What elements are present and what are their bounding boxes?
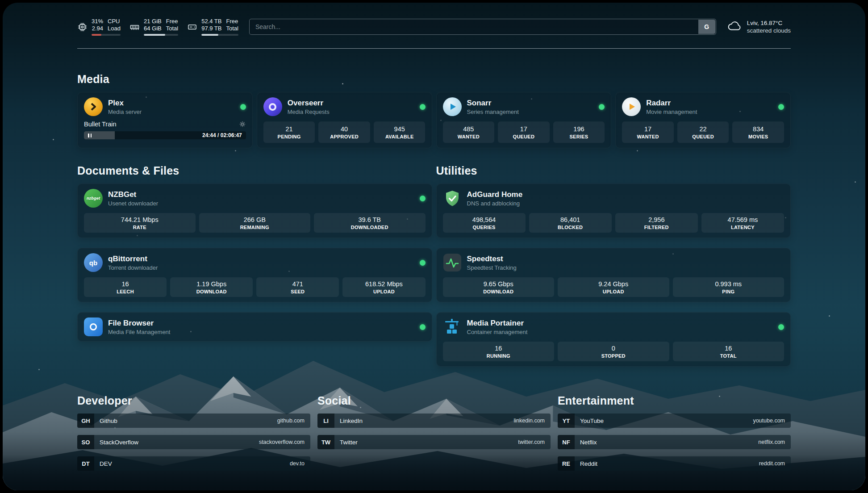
bookmark-name: DEV (100, 460, 112, 467)
app-subtitle: DNS and adblocking (467, 200, 785, 207)
disk-free-label: Free (226, 18, 238, 25)
reddit-abbr-icon: RE (558, 456, 575, 471)
stat-leech: 16 LEECH (84, 277, 167, 297)
app-card-radarr[interactable]: Radarr Movie management 17 WANTED 22 QUE… (615, 92, 791, 148)
disk-usage-widget: 52.4 TB 97.9 TB Free Total (187, 18, 238, 36)
bookmark-stackoverflow[interactable]: SO StackOverflow stackoverflow.com (77, 435, 310, 449)
stat-remaining: 266 GB REMAINING (199, 213, 311, 233)
stat-movies: 834 MOVIES (732, 121, 784, 143)
status-indicator (420, 104, 426, 110)
now-playing-title: Bullet Train (84, 121, 239, 128)
app-card-portainer[interactable]: Media Portainer Container management 16 … (436, 312, 791, 367)
stat-queries: 498,564 QUERIES (443, 213, 526, 233)
qbittorrent-icon: qb (84, 253, 103, 272)
cpu-usage-widget: 31% 2.94 CPU Load (77, 18, 121, 36)
cpu-usage-bar (92, 34, 121, 36)
app-card-overseerr[interactable]: Overseerr Media Requests 21 PENDING 40 A… (257, 92, 432, 148)
stat-blocked: 86,401 BLOCKED (529, 213, 612, 233)
stat-rate: 744.21 Mbps RATE (84, 213, 196, 233)
bookmark-name: Github (100, 418, 117, 424)
stat-latency: 47.569 ms LATENCY (701, 213, 784, 233)
stat-running: 16 RUNNING (443, 342, 555, 361)
stat-upload: 9.24 Gbps UPLOAD (558, 277, 669, 297)
section-title-utilities: Utilities (436, 164, 791, 177)
search-input[interactable] (250, 19, 716, 34)
stackoverflow-abbr-icon: SO (77, 435, 94, 449)
weather-condition: scattered clouds (747, 27, 791, 34)
stat-download: 1.19 Gbps DOWNLOAD (170, 277, 253, 297)
header-divider (77, 48, 791, 49)
app-card-adguard[interactable]: AdGuard Home DNS and adblocking 498,564 … (436, 184, 791, 238)
app-subtitle: Torrent downloader (108, 264, 414, 271)
youtube-abbr-icon: YT (558, 414, 575, 428)
bookmark-name: YouTube (580, 418, 604, 424)
stat-wanted: 485 WANTED (443, 121, 495, 143)
bookmark-github[interactable]: GH Github github.com (77, 414, 310, 428)
app-name: Overseerr (288, 99, 414, 108)
weather-location: Lviv, 16.87°C (747, 19, 791, 27)
bookmark-twitter[interactable]: TW Twitter twitter.com (317, 435, 551, 449)
bookmark-name: Reddit (580, 460, 597, 467)
status-indicator (420, 196, 426, 201)
app-card-filebrowser[interactable]: File Browser Media File Management (77, 312, 432, 342)
bookmark-linkedin[interactable]: LI LinkedIn linkedin.com (317, 414, 551, 428)
filebrowser-icon (84, 318, 103, 336)
app-card-sonarr[interactable]: Sonarr Series management 485 WANTED 17 Q… (436, 92, 612, 148)
stat-downloaded: 39.6 TB DOWNLOADED (314, 213, 426, 233)
app-name: Sonarr (467, 99, 594, 108)
stat-wanted: 17 WANTED (622, 121, 674, 143)
app-name: Radarr (646, 99, 773, 108)
app-name: NZBGet (108, 190, 414, 199)
bookmark-youtube[interactable]: YT YouTube youtube.com (558, 414, 791, 428)
stat-ping: 0.993 ms PING (673, 277, 785, 297)
section-title-media: Media (77, 73, 791, 86)
nzbget-icon: nzbget (84, 189, 103, 208)
playback-progress-bar[interactable]: 24:44 / 02:06:47 (84, 131, 246, 139)
portainer-icon (443, 318, 462, 336)
bookmark-reddit[interactable]: RE Reddit reddit.com (558, 456, 791, 471)
app-subtitle: Media Requests (288, 109, 414, 115)
twitter-abbr-icon: TW (317, 435, 334, 449)
app-subtitle: Container management (467, 329, 773, 335)
app-card-nzbget[interactable]: nzbget NZBGet Usenet downloader 744.21 M… (77, 184, 432, 238)
overseerr-icon (263, 97, 282, 116)
stat-seed: 471 SEED (256, 277, 339, 297)
app-card-qbittorrent[interactable]: qb qBittorrent Torrent downloader 16 LEE… (77, 248, 432, 302)
disk-usage-bar (201, 34, 238, 36)
bookmark-url: reddit.com (759, 460, 785, 467)
search-engine-button[interactable]: G (698, 20, 715, 34)
bookmark-url: stackoverflow.com (259, 439, 305, 445)
stat-filtered: 2,956 FILTERED (615, 213, 698, 233)
search-bar[interactable]: G (249, 19, 716, 35)
section-utilities: Utilities (436, 164, 791, 367)
stat-upload: 618.52 Mbps UPLOAD (342, 277, 425, 297)
top-bar: 31% 2.94 CPU Load (77, 18, 791, 36)
status-indicator (778, 104, 784, 110)
bookmark-url: twitter.com (518, 439, 545, 445)
section-title-entertainment: Entertainment (558, 394, 791, 407)
bookmark-url: dev.to (290, 460, 305, 467)
stat-series: 196 SERIES (553, 121, 605, 143)
bookmark-group-social: Social LI LinkedIn linkedin.com TW Twitt… (317, 394, 551, 449)
bookmark-netflix[interactable]: NF Netflix netflix.com (558, 435, 791, 449)
plex-icon (84, 97, 103, 116)
app-name: File Browser (108, 319, 414, 328)
status-indicator (778, 324, 784, 330)
gear-icon[interactable] (239, 121, 246, 128)
app-name: qBittorrent (108, 255, 414, 263)
radarr-icon (622, 97, 641, 116)
disk-total-label: Total (226, 25, 238, 32)
dev-abbr-icon: DT (77, 456, 94, 471)
dashboard-screen: 31% 2.94 CPU Load (3, 3, 865, 490)
bookmark-url: linkedin.com (514, 418, 545, 424)
app-subtitle: Series management (467, 109, 594, 115)
bookmark-url: github.com (277, 418, 305, 424)
bookmark-dev[interactable]: DT DEV dev.to (77, 456, 310, 471)
github-abbr-icon: GH (77, 414, 94, 428)
bookmark-name: Twitter (340, 439, 358, 446)
app-card-speedtest[interactable]: Speedtest Speedtest Tracking 9.65 Gbps D… (436, 248, 791, 302)
app-card-plex[interactable]: Plex Media server Bullet Train (77, 92, 253, 148)
stat-download: 9.65 Gbps DOWNLOAD (443, 277, 555, 297)
pause-icon[interactable] (88, 134, 92, 138)
stat-pending: 21 PENDING (263, 121, 315, 143)
